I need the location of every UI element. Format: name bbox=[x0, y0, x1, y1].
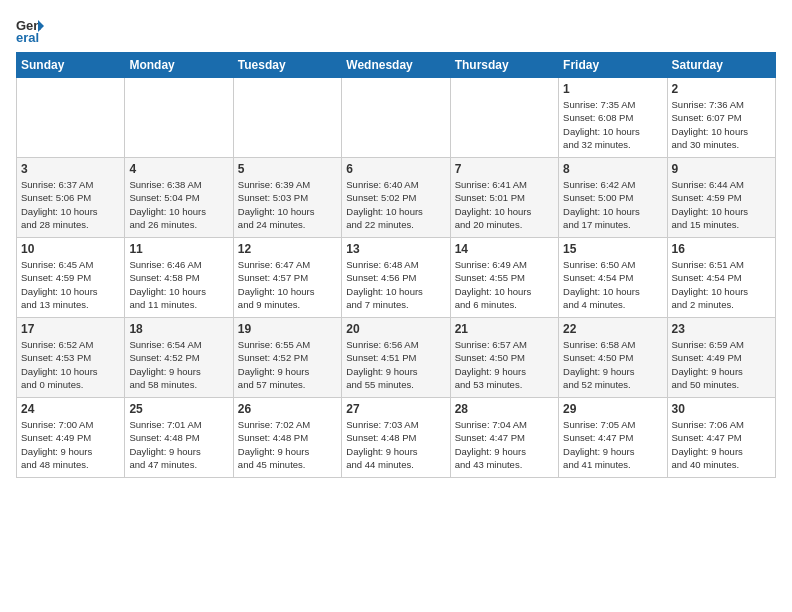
day-number: 26 bbox=[238, 402, 337, 416]
day-number: 13 bbox=[346, 242, 445, 256]
calendar-cell bbox=[342, 78, 450, 158]
day-info: Sunrise: 6:57 AMSunset: 4:50 PMDaylight:… bbox=[455, 338, 554, 391]
weekday-header: Friday bbox=[559, 53, 667, 78]
day-info: Sunrise: 6:55 AMSunset: 4:52 PMDaylight:… bbox=[238, 338, 337, 391]
day-info: Sunrise: 6:45 AMSunset: 4:59 PMDaylight:… bbox=[21, 258, 120, 311]
calendar-cell: 5Sunrise: 6:39 AMSunset: 5:03 PMDaylight… bbox=[233, 158, 341, 238]
day-info: Sunrise: 6:51 AMSunset: 4:54 PMDaylight:… bbox=[672, 258, 771, 311]
calendar-cell: 9Sunrise: 6:44 AMSunset: 4:59 PMDaylight… bbox=[667, 158, 775, 238]
calendar-cell: 7Sunrise: 6:41 AMSunset: 5:01 PMDaylight… bbox=[450, 158, 558, 238]
weekday-header: Monday bbox=[125, 53, 233, 78]
day-info: Sunrise: 6:42 AMSunset: 5:00 PMDaylight:… bbox=[563, 178, 662, 231]
calendar-cell: 8Sunrise: 6:42 AMSunset: 5:00 PMDaylight… bbox=[559, 158, 667, 238]
calendar-cell bbox=[233, 78, 341, 158]
day-info: Sunrise: 6:47 AMSunset: 4:57 PMDaylight:… bbox=[238, 258, 337, 311]
weekday-header: Wednesday bbox=[342, 53, 450, 78]
day-info: Sunrise: 6:41 AMSunset: 5:01 PMDaylight:… bbox=[455, 178, 554, 231]
day-number: 16 bbox=[672, 242, 771, 256]
calendar-cell bbox=[17, 78, 125, 158]
calendar-cell: 2Sunrise: 7:36 AMSunset: 6:07 PMDaylight… bbox=[667, 78, 775, 158]
calendar-cell: 19Sunrise: 6:55 AMSunset: 4:52 PMDayligh… bbox=[233, 318, 341, 398]
day-info: Sunrise: 6:44 AMSunset: 4:59 PMDaylight:… bbox=[672, 178, 771, 231]
page-header: Gen eral bbox=[16, 16, 776, 44]
calendar-cell: 20Sunrise: 6:56 AMSunset: 4:51 PMDayligh… bbox=[342, 318, 450, 398]
day-info: Sunrise: 6:46 AMSunset: 4:58 PMDaylight:… bbox=[129, 258, 228, 311]
day-number: 4 bbox=[129, 162, 228, 176]
day-info: Sunrise: 6:58 AMSunset: 4:50 PMDaylight:… bbox=[563, 338, 662, 391]
day-info: Sunrise: 7:06 AMSunset: 4:47 PMDaylight:… bbox=[672, 418, 771, 471]
day-number: 28 bbox=[455, 402, 554, 416]
day-number: 29 bbox=[563, 402, 662, 416]
day-info: Sunrise: 6:52 AMSunset: 4:53 PMDaylight:… bbox=[21, 338, 120, 391]
weekday-header: Tuesday bbox=[233, 53, 341, 78]
svg-text:eral: eral bbox=[16, 30, 39, 44]
day-number: 9 bbox=[672, 162, 771, 176]
day-info: Sunrise: 6:37 AMSunset: 5:06 PMDaylight:… bbox=[21, 178, 120, 231]
calendar-cell: 21Sunrise: 6:57 AMSunset: 4:50 PMDayligh… bbox=[450, 318, 558, 398]
day-number: 12 bbox=[238, 242, 337, 256]
day-info: Sunrise: 6:59 AMSunset: 4:49 PMDaylight:… bbox=[672, 338, 771, 391]
calendar-cell: 3Sunrise: 6:37 AMSunset: 5:06 PMDaylight… bbox=[17, 158, 125, 238]
calendar-cell: 10Sunrise: 6:45 AMSunset: 4:59 PMDayligh… bbox=[17, 238, 125, 318]
day-info: Sunrise: 6:56 AMSunset: 4:51 PMDaylight:… bbox=[346, 338, 445, 391]
day-number: 21 bbox=[455, 322, 554, 336]
day-info: Sunrise: 6:38 AMSunset: 5:04 PMDaylight:… bbox=[129, 178, 228, 231]
calendar-cell: 18Sunrise: 6:54 AMSunset: 4:52 PMDayligh… bbox=[125, 318, 233, 398]
day-info: Sunrise: 7:36 AMSunset: 6:07 PMDaylight:… bbox=[672, 98, 771, 151]
day-number: 2 bbox=[672, 82, 771, 96]
calendar-cell: 13Sunrise: 6:48 AMSunset: 4:56 PMDayligh… bbox=[342, 238, 450, 318]
day-info: Sunrise: 6:50 AMSunset: 4:54 PMDaylight:… bbox=[563, 258, 662, 311]
day-number: 17 bbox=[21, 322, 120, 336]
day-info: Sunrise: 6:54 AMSunset: 4:52 PMDaylight:… bbox=[129, 338, 228, 391]
calendar-cell: 25Sunrise: 7:01 AMSunset: 4:48 PMDayligh… bbox=[125, 398, 233, 478]
day-number: 7 bbox=[455, 162, 554, 176]
calendar-cell: 12Sunrise: 6:47 AMSunset: 4:57 PMDayligh… bbox=[233, 238, 341, 318]
day-info: Sunrise: 7:03 AMSunset: 4:48 PMDaylight:… bbox=[346, 418, 445, 471]
calendar-cell: 14Sunrise: 6:49 AMSunset: 4:55 PMDayligh… bbox=[450, 238, 558, 318]
day-number: 3 bbox=[21, 162, 120, 176]
day-info: Sunrise: 6:48 AMSunset: 4:56 PMDaylight:… bbox=[346, 258, 445, 311]
logo-icon: Gen eral bbox=[16, 16, 44, 44]
day-info: Sunrise: 7:35 AMSunset: 6:08 PMDaylight:… bbox=[563, 98, 662, 151]
weekday-header: Saturday bbox=[667, 53, 775, 78]
calendar-cell bbox=[450, 78, 558, 158]
calendar-cell: 26Sunrise: 7:02 AMSunset: 4:48 PMDayligh… bbox=[233, 398, 341, 478]
calendar-cell: 29Sunrise: 7:05 AMSunset: 4:47 PMDayligh… bbox=[559, 398, 667, 478]
day-number: 11 bbox=[129, 242, 228, 256]
day-info: Sunrise: 6:49 AMSunset: 4:55 PMDaylight:… bbox=[455, 258, 554, 311]
calendar-cell: 22Sunrise: 6:58 AMSunset: 4:50 PMDayligh… bbox=[559, 318, 667, 398]
weekday-header: Thursday bbox=[450, 53, 558, 78]
calendar-cell: 28Sunrise: 7:04 AMSunset: 4:47 PMDayligh… bbox=[450, 398, 558, 478]
day-info: Sunrise: 7:02 AMSunset: 4:48 PMDaylight:… bbox=[238, 418, 337, 471]
day-number: 22 bbox=[563, 322, 662, 336]
day-number: 1 bbox=[563, 82, 662, 96]
logo: Gen eral bbox=[16, 16, 48, 44]
calendar-table: SundayMondayTuesdayWednesdayThursdayFrid… bbox=[16, 52, 776, 478]
day-info: Sunrise: 7:05 AMSunset: 4:47 PMDaylight:… bbox=[563, 418, 662, 471]
day-number: 30 bbox=[672, 402, 771, 416]
day-info: Sunrise: 6:39 AMSunset: 5:03 PMDaylight:… bbox=[238, 178, 337, 231]
day-info: Sunrise: 6:40 AMSunset: 5:02 PMDaylight:… bbox=[346, 178, 445, 231]
calendar-cell: 17Sunrise: 6:52 AMSunset: 4:53 PMDayligh… bbox=[17, 318, 125, 398]
calendar-cell: 6Sunrise: 6:40 AMSunset: 5:02 PMDaylight… bbox=[342, 158, 450, 238]
day-number: 20 bbox=[346, 322, 445, 336]
calendar-cell: 30Sunrise: 7:06 AMSunset: 4:47 PMDayligh… bbox=[667, 398, 775, 478]
calendar-cell: 15Sunrise: 6:50 AMSunset: 4:54 PMDayligh… bbox=[559, 238, 667, 318]
day-info: Sunrise: 7:04 AMSunset: 4:47 PMDaylight:… bbox=[455, 418, 554, 471]
calendar-cell: 16Sunrise: 6:51 AMSunset: 4:54 PMDayligh… bbox=[667, 238, 775, 318]
calendar-header: SundayMondayTuesdayWednesdayThursdayFrid… bbox=[17, 53, 776, 78]
day-number: 10 bbox=[21, 242, 120, 256]
day-info: Sunrise: 7:00 AMSunset: 4:49 PMDaylight:… bbox=[21, 418, 120, 471]
calendar-cell bbox=[125, 78, 233, 158]
calendar-cell: 23Sunrise: 6:59 AMSunset: 4:49 PMDayligh… bbox=[667, 318, 775, 398]
day-number: 25 bbox=[129, 402, 228, 416]
day-number: 8 bbox=[563, 162, 662, 176]
calendar-cell: 4Sunrise: 6:38 AMSunset: 5:04 PMDaylight… bbox=[125, 158, 233, 238]
day-number: 14 bbox=[455, 242, 554, 256]
weekday-header: Sunday bbox=[17, 53, 125, 78]
day-number: 23 bbox=[672, 322, 771, 336]
day-number: 15 bbox=[563, 242, 662, 256]
day-number: 24 bbox=[21, 402, 120, 416]
calendar-cell: 24Sunrise: 7:00 AMSunset: 4:49 PMDayligh… bbox=[17, 398, 125, 478]
day-number: 27 bbox=[346, 402, 445, 416]
